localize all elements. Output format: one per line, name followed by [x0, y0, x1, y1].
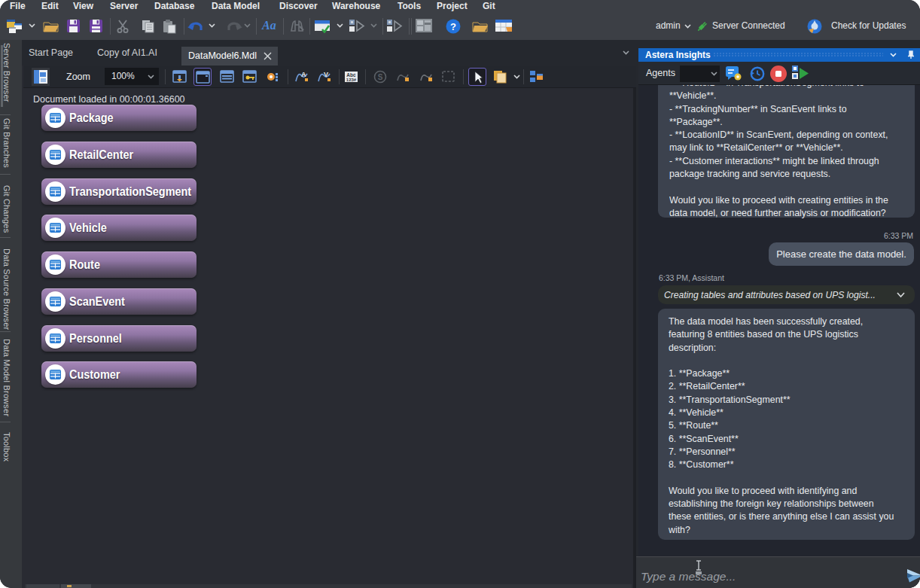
svg-text:V: V	[324, 71, 328, 78]
svg-text:A: A	[301, 71, 306, 78]
svg-text:S: S	[378, 73, 383, 81]
svg-text:123#: 123#	[346, 78, 357, 82]
svg-text:?: ?	[450, 21, 456, 32]
svg-text:Abc: Abc	[346, 72, 356, 78]
